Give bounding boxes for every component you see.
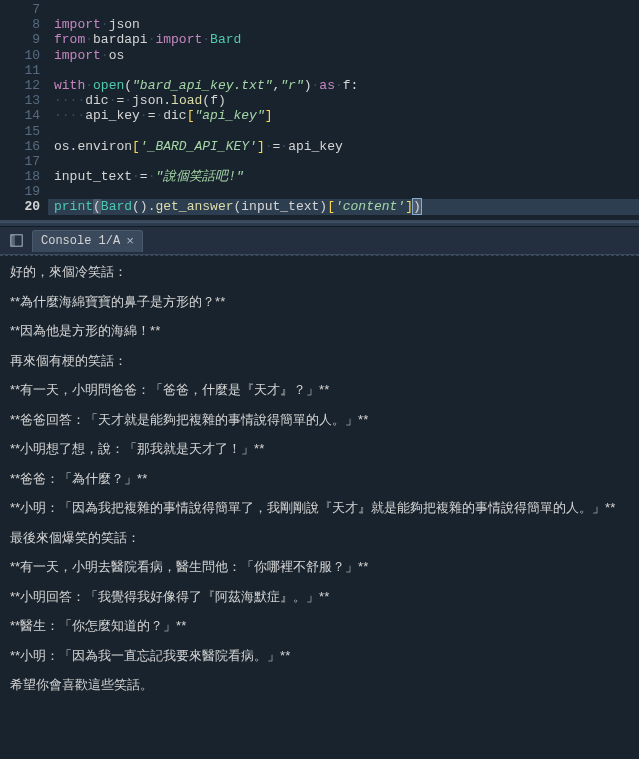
panel-icon[interactable] [8,233,24,249]
code-line: os.environ['_BARD_API_KEY']·=·api_key [48,139,639,154]
code-editor-pane: 7 8 9 10 11 12 13 14 15 16 17 18 19 20 i… [0,0,639,222]
code-text-area[interactable]: import·json from·bardapi·import·Bard imp… [48,0,639,220]
line-number: 19 [4,184,40,199]
console-pane: Console 1/A × 好的，來個冷笑話： **為什麼海綿寶寶的鼻子是方形的… [0,227,639,759]
line-number: 17 [4,154,40,169]
output-line: **小明：「因為我一直忘記我要來醫院看病。」** [10,646,629,666]
line-number: 9 [4,32,40,47]
output-line: 希望你會喜歡這些笑話。 [10,675,629,695]
line-number: 16 [4,139,40,154]
output-line: **爸爸回答：「天才就是能夠把複雜的事情說得簡單的人。」** [10,410,629,430]
output-line: **小明回答：「我覺得我好像得了『阿茲海默症』。」** [10,587,629,607]
close-icon[interactable]: × [126,234,134,249]
code-line: with·open("bard_api_key.txt","r")·as·f: [48,78,639,93]
code-line: input_text·=·"說個笑話吧!" [48,169,639,184]
console-tab-bar: Console 1/A × [0,227,639,255]
line-number: 15 [4,124,40,139]
code-line [48,124,639,139]
code-line: import·json [48,17,639,32]
code-line [48,154,639,169]
console-tab[interactable]: Console 1/A × [32,230,143,252]
line-number: 11 [4,63,40,78]
code-line [48,2,639,17]
code-line [48,63,639,78]
output-line: **醫生：「你怎麼知道的？」** [10,616,629,636]
output-line: **因為他是方形的海綿！** [10,321,629,341]
console-output[interactable]: 好的，來個冷笑話： **為什麼海綿寶寶的鼻子是方形的？** **因為他是方形的海… [0,255,639,759]
line-number: 18 [4,169,40,184]
output-line: **有一天，小明問爸爸：「爸爸，什麼是『天才』？」** [10,380,629,400]
output-line: **小明想了想，說：「那我就是天才了！」** [10,439,629,459]
output-line: **小明：「因為我把複雜的事情說得簡單了，我剛剛說『天才』就是能夠把複雜的事情說… [10,498,629,518]
output-line: **有一天，小明去醫院看病，醫生問他：「你哪裡不舒服？」** [10,557,629,577]
output-line: 最後來個爆笑的笑話： [10,528,629,548]
output-line: **為什麼海綿寶寶的鼻子是方形的？** [10,292,629,312]
line-number: 8 [4,17,40,32]
line-number: 12 [4,78,40,93]
output-line: **爸爸：「為什麼？」** [10,469,629,489]
line-number: 10 [4,48,40,63]
line-number: 7 [4,2,40,17]
line-number: 13 [4,93,40,108]
svg-rect-1 [10,235,14,246]
line-number: 14 [4,108,40,123]
output-line: 再來個有梗的笑話： [10,351,629,371]
code-line: ····dic·=·json.load(f) [48,93,639,108]
code-line-current: print(Bard().get_answer(input_text)['con… [48,199,639,214]
line-number-gutter: 7 8 9 10 11 12 13 14 15 16 17 18 19 20 [0,0,48,220]
code-line: ····api_key·=·dic["api_key"] [48,108,639,123]
output-line: 好的，來個冷笑話： [10,262,629,282]
code-line: import·os [48,48,639,63]
code-line: from·bardapi·import·Bard [48,32,639,47]
line-number-current: 20 [4,199,40,214]
code-line [48,184,639,199]
console-tab-label: Console 1/A [41,234,120,248]
